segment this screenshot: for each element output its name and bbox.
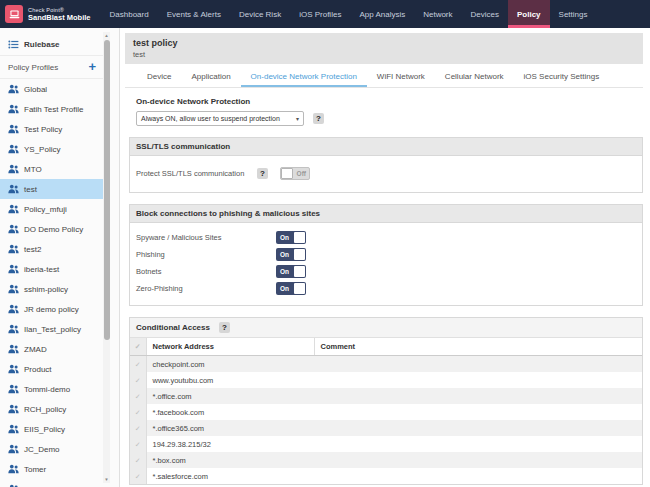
sidebar-profile-item[interactable]: ZMAD (0, 339, 103, 359)
tab[interactable]: Application (181, 64, 240, 87)
table-row[interactable]: ✓ *.box.com (130, 452, 642, 468)
sidebar-profile-item[interactable]: Test Policy (0, 119, 103, 139)
network-address-cell: *.salesforce.com (146, 468, 314, 484)
table-row[interactable]: ✓ *.office365.com (130, 420, 642, 436)
sidebar-profile-item[interactable]: RCH_policy (0, 399, 103, 419)
sidebar-item-rulebase[interactable]: Rulebase (0, 33, 103, 56)
nav-item[interactable]: Settings (550, 0, 597, 28)
block-category-toggle[interactable]: On (276, 265, 306, 278)
sidebar-profile-item[interactable]: test2 (0, 239, 103, 259)
nav-item[interactable]: Device Risk (230, 0, 290, 28)
sidebar-profile-item[interactable]: Global (0, 79, 103, 99)
profile-label: RCH_policy (24, 405, 66, 414)
table-row[interactable]: ✓ www.youtubu.com (130, 372, 642, 388)
ssl-field-row: Protect SSL/TLS communication ? Off (136, 162, 636, 184)
sidebar-profile-item[interactable]: JR demo policy (0, 299, 103, 319)
add-profile-button[interactable]: + (88, 62, 96, 72)
sidebar-profile-item[interactable]: Policy_mfuji (0, 199, 103, 219)
app-window: Check Point® SandBlast Mobile Dashboard … (0, 0, 650, 487)
row-select-cell[interactable]: ✓ (130, 356, 146, 373)
sidebar-profile-item[interactable]: MTO (0, 159, 103, 179)
sidebar-profile-item[interactable]: JC_Demo (0, 439, 103, 459)
profile-group-icon (8, 104, 19, 114)
content-row: Rulebase Policy Profiles + Global (0, 28, 650, 487)
comment-cell (314, 468, 642, 484)
sidebar-profile-item[interactable] (0, 479, 103, 487)
sidebar-profile-item[interactable]: sshim-policy (0, 279, 103, 299)
help-icon[interactable]: ? (257, 168, 268, 179)
sidebar-profile-item[interactable]: YS_Policy (0, 139, 103, 159)
help-icon[interactable]: ? (313, 113, 324, 124)
conditional-access-title: Conditional Access (136, 323, 210, 332)
sidebar-profile-item[interactable]: DO Demo Policy (0, 219, 103, 239)
row-select-cell[interactable]: ✓ (130, 404, 146, 420)
tab[interactable]: Device (137, 64, 181, 87)
sidebar-profile-item[interactable]: iberia-test (0, 259, 103, 279)
toggle-knob (281, 168, 293, 179)
profile-label: JR demo policy (24, 305, 79, 314)
ssl-protection-toggle[interactable]: Off (280, 167, 310, 180)
table-header-row: ✓ Network Address Comment (130, 338, 642, 356)
sidebar-profile-item[interactable]: Fatih Test Profile (0, 99, 103, 119)
profile-tabs: Device Application On-device Network Pro… (125, 64, 643, 88)
page-title: test policy (133, 38, 635, 48)
top-navigation-bar: Check Point® SandBlast Mobile Dashboard … (0, 0, 650, 28)
nav-item[interactable]: App Analysis (350, 0, 414, 28)
table-row[interactable]: ✓ *.office.com (130, 388, 642, 404)
block-field-label: Zero-Phishing (136, 284, 276, 293)
network-address-cell: checkpoint.com (146, 356, 314, 373)
network-address-column-header[interactable]: Network Address (146, 338, 314, 356)
row-select-cell[interactable]: ✓ (130, 436, 146, 452)
sidebar-profile-item[interactable]: Tomer (0, 459, 103, 479)
nav-item[interactable]: Policy (508, 0, 550, 28)
sidebar-profile-item[interactable]: test (0, 179, 103, 199)
network-address-cell: *.facebook.com (146, 404, 314, 420)
block-field-row: Botnets On (136, 263, 636, 280)
check-icon: ✓ (135, 377, 141, 384)
sidebar-profile-item[interactable]: Tommi-demo (0, 379, 103, 399)
nav-item[interactable]: Network (414, 0, 461, 28)
comment-column-header[interactable]: Comment (314, 338, 642, 356)
nav-item[interactable]: Dashboard (101, 0, 158, 28)
brand-logo[interactable]: Check Point® SandBlast Mobile (0, 0, 101, 28)
block-category-toggle[interactable]: On (276, 282, 306, 295)
table-row[interactable]: ✓ *.facebook.com (130, 404, 642, 420)
profile-label: Policy_mfuji (24, 205, 67, 214)
tab[interactable]: WiFI Network (367, 64, 435, 87)
sidebar-profile-item[interactable]: Ilan_Test_policy (0, 319, 103, 339)
sidebar-profile-item[interactable]: EIIS_Policy (0, 419, 103, 439)
row-select-cell[interactable]: ✓ (130, 420, 146, 436)
scroll-up-arrow-icon[interactable]: ▲ (103, 32, 110, 39)
nav-item[interactable]: Events & Alerts (158, 0, 230, 28)
tab[interactable]: On-device Network Protection (241, 64, 367, 87)
nav-item[interactable]: iOS Profiles (290, 0, 350, 28)
table-row[interactable]: ✓ *.salesforce.com (130, 468, 642, 484)
row-select-cell[interactable]: ✓ (130, 452, 146, 468)
check-icon: ✓ (135, 457, 141, 464)
block-category-toggle[interactable]: On (276, 248, 306, 261)
sidebar-profile-item[interactable]: Product (0, 359, 103, 379)
profile-label: test (24, 185, 37, 194)
table-row[interactable]: ✓ 194.29.38.215/32 (130, 436, 642, 452)
block-category-toggle[interactable]: On (276, 231, 306, 244)
caret-down-icon: ▾ (296, 115, 299, 122)
row-select-cell[interactable]: ✓ (130, 388, 146, 404)
tab[interactable]: Cellular Network (435, 64, 514, 87)
scroll-down-arrow-icon[interactable]: ▼ (103, 476, 110, 483)
row-select-cell[interactable]: ✓ (130, 372, 146, 388)
conditional-access-header: Conditional Access ? (130, 318, 642, 338)
scrollbar-thumb[interactable] (104, 40, 110, 340)
block-field-row: Zero-Phishing On (136, 280, 636, 297)
ssl-tls-section: SSL/TLS communication Protect SSL/TLS co… (129, 137, 643, 193)
select-all-column-header[interactable]: ✓ (130, 338, 146, 356)
profile-group-icon (8, 424, 19, 434)
row-select-cell[interactable]: ✓ (130, 468, 146, 484)
help-icon[interactable]: ? (219, 322, 230, 333)
table-row[interactable]: ✓ checkpoint.com (130, 356, 642, 373)
nav-item[interactable]: Devices (462, 0, 508, 28)
tab[interactable]: iOS Security Settings (514, 64, 610, 87)
protection-mode-select[interactable]: Always ON, allow user to suspend protect… (136, 111, 304, 126)
profile-label: JC_Demo (24, 445, 60, 454)
sidebar-scrollbar[interactable]: ▲ ▼ (103, 32, 110, 483)
profile-group-icon (8, 324, 19, 334)
